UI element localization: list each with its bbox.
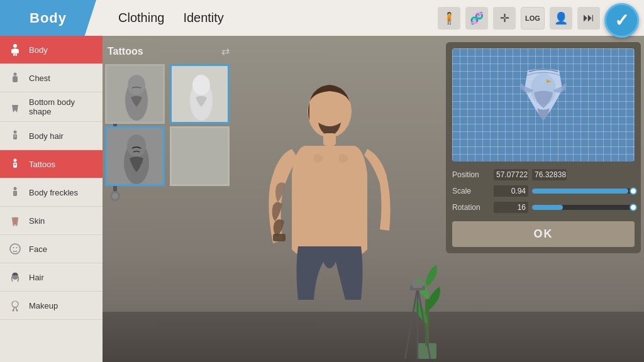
svg-point-12 — [14, 194, 16, 195]
makeup-label: Makeup — [29, 301, 58, 310]
makeup-icon — [6, 297, 24, 314]
body-label: Body — [29, 45, 48, 55]
rotation-label: Rotation — [452, 203, 490, 212]
body-tab[interactable]: Body — [0, 0, 96, 36]
tattoo-preview-svg — [515, 64, 572, 146]
svg-point-16 — [16, 247, 18, 248]
tattoo-item-3[interactable] — [105, 126, 165, 186]
svg-point-22 — [16, 310, 18, 312]
settings-panel: Position 57.07722 76.32838 Scale 0.94 Ro… — [446, 42, 641, 253]
body-hair-icon — [6, 127, 24, 145]
tripod-decoration — [399, 280, 436, 362]
dna-icon-btn[interactable]: 🧬 — [465, 7, 488, 30]
main-area: Tattoos ⇄ — [103, 36, 644, 362]
sidebar-item-tattoos[interactable]: Tattoos — [0, 150, 103, 178]
svg-point-28 — [192, 75, 210, 95]
sidebar-item-bottom-body[interactable]: Bottom body shape — [0, 92, 103, 122]
svg-point-8 — [14, 159, 17, 162]
confirm-button[interactable]: ✓ — [604, 3, 639, 38]
tattoo-panel: Tattoos ⇄ — [103, 42, 235, 186]
character-svg — [242, 48, 418, 350]
svg-point-18 — [12, 301, 18, 307]
svg-point-10 — [14, 192, 15, 194]
svg-point-31 — [127, 134, 146, 157]
svg-rect-43 — [413, 282, 423, 288]
svg-line-40 — [418, 287, 430, 359]
tattoo-item-4[interactable] — [170, 126, 230, 186]
svg-rect-33 — [323, 133, 336, 146]
svg-point-11 — [15, 192, 16, 193]
sidebar-item-face[interactable]: Face — [0, 235, 103, 263]
tattoo-grid — [103, 64, 235, 186]
svg-point-25 — [128, 75, 145, 95]
body-freckles-icon — [6, 184, 24, 201]
position-label: Position — [452, 170, 490, 179]
sidebar-item-skin[interactable]: Skin — [0, 207, 103, 235]
svg-rect-4 — [13, 53, 15, 56]
rotation-slider-fill — [532, 205, 563, 210]
tattoo-title: Tattoos — [108, 46, 143, 57]
bottom-body-icon — [6, 98, 24, 116]
scale-label: Scale — [452, 187, 490, 195]
scale-slider-thumb[interactable] — [630, 187, 637, 195]
svg-rect-3 — [16, 49, 19, 53]
svg-point-7 — [14, 131, 17, 134]
move-icon-btn[interactable]: ✛ — [493, 7, 516, 30]
body-freckles-label: Body freckles — [29, 188, 78, 197]
scale-slider-fill — [532, 189, 628, 194]
clothing-tab[interactable]: Clothing — [109, 11, 174, 25]
svg-point-14 — [10, 244, 20, 254]
svg-point-15 — [13, 247, 14, 248]
face-icon-btn[interactable]: 👤 — [550, 7, 572, 30]
rotation-slider[interactable] — [532, 205, 635, 210]
log-button[interactable]: LOG — [521, 7, 545, 30]
svg-point-21 — [13, 310, 14, 312]
sidebar-item-hair[interactable]: Hair — [0, 263, 103, 292]
svg-point-9 — [14, 187, 17, 190]
body-hair-label: Body hair — [29, 131, 64, 141]
position-y-value[interactable]: 76.32838 — [532, 169, 567, 180]
sidebar-item-body[interactable]: Body — [0, 36, 103, 64]
tattoo-header: Tattoos ⇄ — [103, 42, 235, 60]
bottom-body-label: Bottom body shape — [29, 97, 96, 116]
tattoos-label: Tattoos — [29, 160, 55, 169]
svg-point-6 — [14, 73, 17, 76]
rotation-value[interactable]: 16 — [494, 202, 528, 213]
skin-icon — [6, 212, 24, 229]
skin-label: Skin — [29, 216, 45, 226]
body-tab-label: Body — [30, 10, 67, 26]
chest-label: Chest — [29, 74, 50, 83]
tattoo-item-2[interactable] — [170, 64, 230, 124]
face-icon — [6, 240, 24, 258]
identity-tab[interactable]: Identity — [174, 11, 233, 25]
svg-rect-34 — [273, 234, 286, 241]
skip-icon-btn[interactable]: ⏭ — [577, 7, 600, 30]
svg-point-0 — [13, 44, 17, 48]
topbar: Body Clothing Identity 🧍 🧬 ✛ LOG 👤 ⏭ — [0, 0, 644, 36]
scale-slider[interactable] — [532, 189, 635, 194]
chest-icon — [6, 69, 24, 87]
position-x-value[interactable]: 57.07722 — [494, 169, 528, 180]
svg-rect-5 — [16, 53, 18, 56]
sidebar-item-makeup[interactable]: Makeup — [0, 292, 103, 320]
tattoo-item-1[interactable] — [105, 64, 165, 124]
svg-line-39 — [405, 287, 418, 359]
face-label: Face — [29, 244, 47, 254]
sidebar-item-chest[interactable]: Chest — [0, 64, 103, 92]
hair-label: Hair — [29, 273, 44, 282]
svg-rect-2 — [11, 49, 14, 53]
hair-icon — [6, 268, 24, 286]
person-icon-btn[interactable]: 🧍 — [438, 7, 460, 30]
tattoos-icon — [6, 155, 24, 173]
scale-value[interactable]: 0.94 — [494, 185, 528, 197]
sidebar-item-body-freckles[interactable]: Body freckles — [0, 178, 103, 207]
sidebar-item-body-hair[interactable]: Body hair — [0, 122, 103, 150]
ok-button[interactable]: OK — [452, 221, 635, 247]
sidebar: Body Chest Bottom body shape Bod — [0, 36, 103, 362]
shuffle-button[interactable]: ⇄ — [221, 45, 230, 57]
scale-row: Scale 0.94 — [452, 185, 635, 197]
rotation-slider-thumb[interactable] — [630, 204, 637, 211]
rotation-row: Rotation 16 — [452, 202, 635, 213]
position-row: Position 57.07722 76.32838 — [452, 169, 635, 180]
tattoo-preview-box — [452, 48, 635, 162]
